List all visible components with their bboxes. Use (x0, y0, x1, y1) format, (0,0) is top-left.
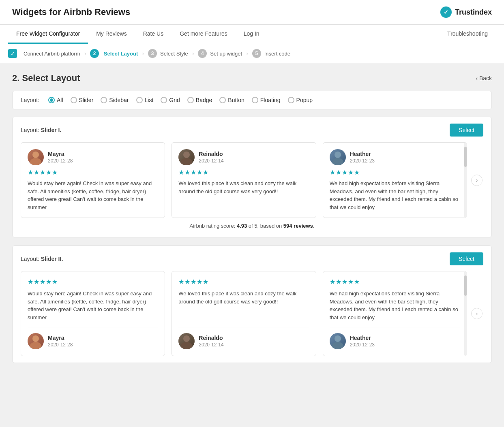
slider1-select-button[interactable]: Select (450, 124, 483, 137)
radio-popup-label: Popup (296, 97, 313, 103)
s2-review2-stars: ★★★★★ (178, 278, 309, 286)
slider2-scrollbar (464, 271, 467, 356)
tab-my-reviews[interactable]: My Reviews (88, 25, 135, 44)
radio-sidebar-circle (101, 97, 107, 103)
s2-review1-name: Mayra (48, 335, 73, 341)
radio-grid[interactable]: Grid (161, 97, 180, 103)
step3-label: Select Style (160, 51, 188, 57)
review3-text: We had high expectations before visiting… (330, 179, 460, 211)
layout-filter: Layout: All Slider Sidebar List Grid Bad… (12, 91, 492, 109)
s2-review3-avatar (330, 333, 346, 349)
step5-num: 5 (252, 49, 261, 58)
tab-troubleshooting[interactable]: Troubleshooting (439, 25, 496, 44)
review2-name: Reinaldo (199, 151, 223, 157)
s2-review2-meta: Reinaldo 2020-12-14 (199, 335, 223, 348)
slider2-review-2: ★★★★★ We loved this place it was clean a… (172, 271, 316, 356)
step5-label: Insert code (264, 51, 290, 57)
slider1-next-arrow[interactable]: › (471, 175, 483, 186)
s2-review3-text: We had high expectations before visiting… (330, 290, 460, 321)
svg-point-5 (332, 158, 343, 165)
svg-point-6 (32, 335, 39, 342)
slider2-select-button[interactable]: Select (450, 252, 483, 265)
radio-slider-label: Slider (79, 97, 94, 103)
review2-meta: Reinaldo 2020-12-14 (199, 151, 223, 164)
review3-date: 2020-12-23 (350, 158, 375, 164)
slider2-reviews-row: ★★★★★ Would stay here again! Check in wa… (21, 271, 483, 356)
tab-configurator[interactable]: Free Widget Configurator (8, 25, 88, 44)
tab-rate-us[interactable]: Rate Us (135, 25, 172, 44)
svg-point-4 (335, 152, 341, 158)
review2-stars: ★★★★★ (178, 169, 309, 176)
breadcrumb-step-4: 4 Set up widget (198, 49, 242, 58)
bc-arrow-2: › (142, 50, 144, 57)
radio-badge[interactable]: Badge (187, 97, 212, 103)
svg-point-3 (181, 158, 192, 165)
radio-floating[interactable]: Floating (252, 97, 281, 103)
step2-num: 2 (90, 49, 99, 58)
slider2-next-arrow[interactable]: › (471, 308, 483, 319)
slider1-rating-summary: Airbnb rating score: 4.93 of 5, based on… (21, 218, 483, 231)
radio-all[interactable]: All (48, 97, 63, 103)
review1-avatar (28, 149, 44, 165)
review3-avatar (330, 149, 346, 165)
radio-sidebar[interactable]: Sidebar (101, 97, 129, 103)
svg-point-1 (30, 158, 41, 165)
slider2-review-1: ★★★★★ Would stay here again! Check in wa… (21, 271, 165, 356)
trustindex-label: Trustindex (455, 8, 492, 17)
trustindex-logo: ✓ Trustindex (440, 6, 492, 18)
s2-review1-avatar (28, 333, 44, 349)
radio-all-inner (50, 98, 53, 102)
slider2-scrollbar-thumb (464, 275, 467, 296)
slider1-reviews-wrapper: Mayra 2020-12-28 ★★★★★ Would stay here a… (21, 142, 483, 218)
review1-date: 2020-12-28 (48, 158, 73, 164)
s2-review3-meta: Heather 2020-12-23 (350, 335, 375, 348)
radio-list[interactable]: List (136, 97, 154, 103)
breadcrumb-step-1: ✓ Connect Airbnb platform (8, 49, 80, 58)
s2-review1-meta: Mayra 2020-12-28 (48, 335, 73, 348)
section-header: 2. Select Layout ‹ Back (12, 73, 492, 83)
slider1-title: Layout: Slider I. (21, 127, 61, 133)
layout-filter-label: Layout: (21, 97, 39, 103)
radio-button[interactable]: Button (219, 97, 244, 103)
main-content: 2. Select Layout ‹ Back Layout: All Slid… (0, 63, 504, 381)
review3-stars: ★★★★★ (330, 169, 460, 176)
slider1-review-1: Mayra 2020-12-28 ★★★★★ Would stay here a… (21, 142, 165, 218)
step4-num: 4 (198, 49, 207, 58)
svg-point-7 (30, 342, 41, 349)
svg-point-8 (183, 335, 190, 342)
svg-point-0 (32, 152, 39, 158)
s2-review2-date: 2020-12-14 (199, 342, 223, 348)
top-bar: Widgets for Airbnb Reviews ✓ Trustindex (0, 0, 504, 25)
radio-sidebar-label: Sidebar (109, 97, 129, 103)
breadcrumb-step-5: 5 Insert code (252, 49, 290, 58)
slider1-header: Layout: Slider I. Select (21, 124, 483, 137)
slider1-reviews-row: Mayra 2020-12-28 ★★★★★ Would stay here a… (21, 142, 483, 218)
step1-label: Connect Airbnb platform (24, 51, 80, 57)
back-button[interactable]: ‹ Back (476, 75, 492, 81)
trustindex-check-icon: ✓ (440, 6, 452, 18)
bc-arrow-1: › (84, 50, 86, 57)
s2-review1-stars: ★★★★★ (28, 278, 158, 286)
s2-review1-footer: Mayra 2020-12-28 (28, 327, 158, 349)
s2-review3-stars: ★★★★★ (330, 278, 460, 286)
review2-text: We loved this place it was clean and coz… (178, 179, 309, 195)
s2-review1-text: Would stay here again! Check in was supe… (28, 290, 158, 321)
radio-popup[interactable]: Popup (288, 97, 313, 103)
radio-grid-circle (161, 97, 167, 103)
step1-check: ✓ (8, 49, 17, 58)
review3-name: Heather (350, 151, 375, 157)
app-title: Widgets for Airbnb Reviews (12, 7, 130, 17)
slider2-reviews-wrapper: ★★★★★ Would stay here again! Check in wa… (21, 271, 483, 356)
slider2-title: Layout: Slider II. (21, 256, 63, 262)
s2-review2-avatar (178, 333, 195, 349)
radio-slider[interactable]: Slider (71, 97, 94, 103)
radio-popup-circle (288, 97, 294, 103)
nav-tabs: Free Widget Configurator My Reviews Rate… (0, 25, 504, 44)
radio-button-label: Button (228, 97, 244, 103)
tab-get-more-features[interactable]: Get more Features (172, 25, 236, 44)
review3-header: Heather 2020-12-23 (330, 149, 460, 165)
s2-review2-footer: Reinaldo 2020-12-14 (178, 327, 309, 349)
s2-review3-name: Heather (350, 335, 375, 341)
page-title: 2. Select Layout (12, 73, 80, 83)
tab-log-in[interactable]: Log In (236, 25, 268, 44)
